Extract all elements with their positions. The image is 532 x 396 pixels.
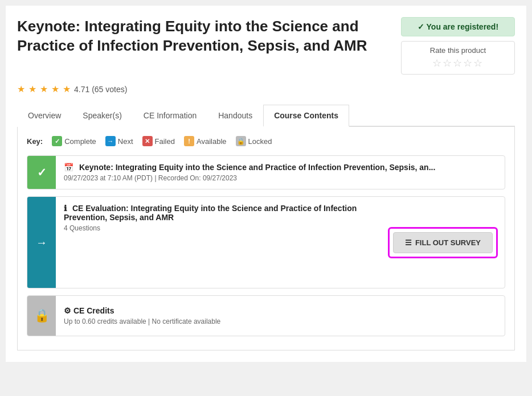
evaluation-next-icon: →: [36, 236, 47, 249]
tab-handouts[interactable]: Handouts: [207, 105, 263, 127]
top-section: Keynote: Integrating Equity into the Sci…: [17, 17, 515, 75]
fill-out-survey-button[interactable]: ☰ FILL OUT SURVEY: [393, 232, 493, 253]
keynote-content: 📅 Keynote: Integrating Equity into the S…: [56, 156, 505, 189]
page-title: Keynote: Integrating Equity into the Sci…: [17, 17, 390, 56]
next-label: Next: [118, 137, 133, 146]
tab-ce-information[interactable]: CE Information: [133, 105, 207, 127]
star-2: ★: [28, 84, 36, 94]
keynote-item: ✓ 📅 Keynote: Integrating Equity into the…: [27, 155, 505, 189]
key-complete: ✓ Complete: [52, 136, 96, 146]
ce-credits-content: ⚙ CE Credits Up to 0.60 credits availabl…: [56, 299, 505, 332]
evaluation-item: → ℹ CE Evaluation: Integrating Equity in…: [27, 196, 505, 288]
star-4: ★: [51, 84, 59, 94]
failed-label: Failed: [155, 137, 175, 146]
rate-stars[interactable]: ☆☆☆☆☆: [410, 57, 506, 69]
key-failed: ✕ Failed: [142, 136, 175, 146]
tabs-row: Overview Speaker(s) CE Information Hando…: [17, 104, 515, 127]
survey-area: ☰ FILL OUT SURVEY: [381, 197, 505, 288]
ce-credits-status-bar: 🔒: [27, 296, 56, 336]
complete-label: Complete: [64, 137, 96, 146]
legend-row: Key: ✓ Complete → Next ✕ Failed ! Availa…: [27, 136, 505, 146]
ce-lock-icon: 🔒: [34, 308, 50, 323]
rating-row: ★ ★ ★ ★ ★ 4.71 (65 votes): [17, 84, 515, 94]
rating-value: 4.71 (65 votes): [74, 85, 127, 94]
calendar-icon: 📅: [64, 163, 73, 172]
registered-badge: ✓ You are registered!: [401, 17, 515, 36]
key-label: Key:: [27, 137, 43, 146]
evaluation-status-bar: →: [27, 197, 56, 288]
survey-highlight-border: ☰ FILL OUT SURVEY: [388, 227, 498, 258]
key-next: → Next: [105, 136, 133, 146]
complete-icon: ✓: [52, 136, 62, 146]
failed-icon: ✕: [142, 136, 153, 146]
tab-course-contents[interactable]: Course Contents: [263, 105, 349, 127]
star-5: ★: [63, 84, 71, 94]
rating-box: Rate this product ☆☆☆☆☆: [401, 41, 515, 75]
locked-icon: 🔒: [236, 136, 246, 146]
ce-credits-item: 🔒 ⚙ CE Credits Up to 0.60 credits availa…: [27, 295, 505, 336]
locked-label: Locked: [248, 137, 272, 146]
available-icon: !: [184, 136, 194, 146]
star-3: ★: [40, 84, 48, 94]
available-label: Available: [197, 137, 227, 146]
survey-form-icon: ☰: [405, 238, 412, 247]
page-container: Keynote: Integrating Equity into the Sci…: [6, 6, 526, 362]
gear-icon: ⚙: [64, 306, 71, 315]
star-1: ★: [17, 84, 25, 94]
tab-speakers[interactable]: Speaker(s): [72, 105, 132, 127]
rate-label: Rate this product: [410, 46, 506, 55]
evaluation-questions: 4 Questions: [64, 224, 373, 232]
keynote-complete-icon: ✓: [37, 166, 47, 179]
title-area: Keynote: Integrating Equity into the Sci…: [17, 17, 390, 56]
key-locked: 🔒 Locked: [236, 136, 272, 146]
evaluation-content: ℹ CE Evaluation: Integrating Equity into…: [56, 197, 381, 288]
keynote-status-bar: ✓: [27, 156, 56, 189]
evaluation-title[interactable]: ℹ CE Evaluation: Integrating Equity into…: [64, 204, 373, 222]
ce-credits-meta: Up to 0.60 credits available | No certif…: [64, 317, 497, 325]
info-icon: ℹ: [64, 204, 67, 213]
next-icon: →: [105, 136, 116, 146]
key-available: ! Available: [184, 136, 227, 146]
keynote-title[interactable]: 📅 Keynote: Integrating Equity into the S…: [64, 163, 497, 172]
keynote-meta: 09/27/2023 at 7:10 AM (PDT) | Recorded O…: [64, 174, 497, 182]
right-panel: ✓ You are registered! Rate this product …: [401, 17, 515, 75]
tab-overview[interactable]: Overview: [17, 105, 72, 127]
ce-credits-title: ⚙ CE Credits: [64, 306, 497, 315]
course-contents-panel: Key: ✓ Complete → Next ✕ Failed ! Availa…: [17, 127, 515, 350]
